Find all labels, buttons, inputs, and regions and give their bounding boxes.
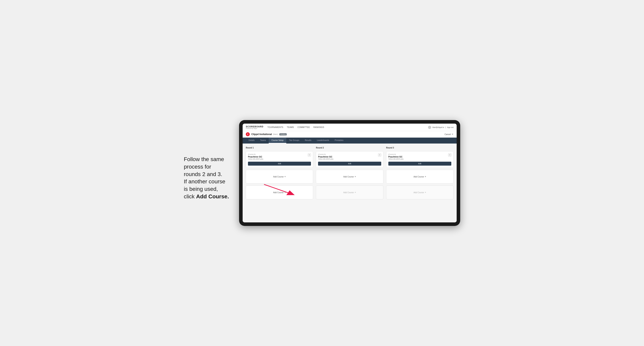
round-3-add-course-button-2: Add Course + xyxy=(386,185,454,199)
round-2-course-card: (Course A) Peachtree GC Yellow (M) (6629… xyxy=(316,151,383,168)
round-3-course-remove-button[interactable]: ✕ xyxy=(448,153,451,157)
tournament-logo-icon: C xyxy=(246,132,250,136)
sign-out-link[interactable]: Sign out xyxy=(447,126,454,128)
user-email: blair@clippd.io xyxy=(432,126,444,128)
round-2-plus-icon-2: + xyxy=(354,191,356,194)
user-avatar xyxy=(428,126,431,129)
plus-icon-2: + xyxy=(284,191,286,194)
round-3-course-card: (Course A) Peachtree GC Yellow (M) (6629… xyxy=(386,151,454,168)
tab-details[interactable]: Details xyxy=(246,138,258,144)
tab-teams[interactable]: Teams xyxy=(258,138,269,144)
round-2-column: Round 2 (Course A) Peachtree GC Yellow (… xyxy=(316,147,383,199)
course-1-tag: (Course A) xyxy=(248,153,263,155)
round-2-add-course-label-2: Add Course + xyxy=(343,191,356,194)
nav-user: blair@clippd.io | Sign out xyxy=(428,126,454,129)
tab-tee-groups[interactable]: Tee Groups xyxy=(286,138,302,144)
course-1-name: Peachtree GC xyxy=(248,156,263,158)
round-3-add-course-label-1: Add Course + xyxy=(414,175,426,178)
tab-printables[interactable]: Printables xyxy=(332,138,346,144)
add-course-label-2: Add Course + xyxy=(273,191,286,194)
nav-teams[interactable]: TEAMS xyxy=(287,126,294,128)
logo-sub: Powered by clippd xyxy=(246,128,263,129)
round-3-column: Round 3 (Course A) Peachtree GC Yellow (… xyxy=(386,147,454,199)
round-2-edit-button[interactable]: Edit xyxy=(318,162,381,166)
separator: | xyxy=(446,126,446,128)
tournament-type: (Men) xyxy=(273,133,278,135)
tab-leaderboards[interactable]: Leaderboards xyxy=(314,138,332,144)
round-3-plus-icon-1: + xyxy=(425,175,426,178)
round-3-edit-button[interactable]: Edit xyxy=(388,162,451,166)
round-2-plus-icon-1: + xyxy=(354,175,356,178)
round-1-course-remove-button[interactable]: ✕ xyxy=(308,153,311,157)
tab-bar: Details Teams Course Setup Tee Groups Re… xyxy=(243,138,457,144)
round-1-add-course-button-1[interactable]: Add Course + xyxy=(246,170,313,183)
course-3-name: Peachtree GC xyxy=(388,156,404,158)
close-icon: ✕ xyxy=(452,133,454,136)
nav-links: TOURNAMENTS TEAMS COMMITTEE RANKINGS xyxy=(267,126,428,128)
course-2-tag: (Course A) xyxy=(318,153,333,155)
course-3-tag: (Course A) xyxy=(388,153,404,155)
round-2-add-course-button-1[interactable]: Add Course + xyxy=(316,170,383,183)
round-3-plus-icon-2: + xyxy=(425,191,426,194)
round-3-add-course-label-2: Add Course + xyxy=(414,191,426,194)
top-navigation: SCOREBOARD Powered by clippd TOURNAMENTS… xyxy=(243,124,457,131)
logo-area: SCOREBOARD Powered by clippd xyxy=(246,125,263,129)
tournament-name: Clippd Invitational xyxy=(251,133,272,136)
round-1-course-card: (Course A) Peachtree GC Yellow (M) (6629… xyxy=(246,151,313,168)
tab-course-setup[interactable]: Course Setup xyxy=(269,138,286,144)
course-1-details: Yellow (M) (6629 yds) xyxy=(248,158,263,160)
round-1-column: Round 1 (Course A) Peachtree GC Yellow (… xyxy=(246,147,313,199)
nav-rankings[interactable]: RANKINGS xyxy=(313,126,324,128)
round-1-add-course-button-2[interactable]: Add Course + xyxy=(246,185,313,199)
rounds-grid: Round 1 (Course A) Peachtree GC Yellow (… xyxy=(246,147,454,199)
instruction-text: Follow the same process for rounds 2 and… xyxy=(184,120,239,200)
main-content: Round 1 (Course A) Peachtree GC Yellow (… xyxy=(243,144,457,222)
course-2-name: Peachtree GC xyxy=(318,156,333,158)
tab-results[interactable]: Results xyxy=(302,138,314,144)
sub-header: C Clippd Invitational (Men) Hosting Canc… xyxy=(243,131,457,138)
hosting-badge: Hosting xyxy=(279,133,287,136)
nav-committee[interactable]: COMMITTEE xyxy=(298,126,310,128)
nav-tournaments[interactable]: TOURNAMENTS xyxy=(267,126,283,128)
round-3-label: Round 3 xyxy=(386,147,454,149)
round-2-add-course-button-2: Add Course + xyxy=(316,185,383,199)
logo-scoreboard: SCOREBOARD xyxy=(246,125,263,128)
cancel-button[interactable]: Cancel ✕ xyxy=(444,133,454,136)
cancel-label: Cancel xyxy=(444,133,451,136)
round-3-add-course-button-1[interactable]: Add Course + xyxy=(386,170,454,183)
course-2-details: Yellow (M) (6629 yds) xyxy=(318,158,333,160)
course-3-details: Yellow (M) (6629 yds) xyxy=(388,158,404,160)
round-1-edit-button[interactable]: Edit xyxy=(248,162,311,166)
round-1-label: Round 1 xyxy=(246,147,313,149)
round-2-course-remove-button[interactable]: ✕ xyxy=(378,153,381,157)
plus-icon-1: + xyxy=(284,175,286,178)
round-2-label: Round 2 xyxy=(316,147,383,149)
add-course-label-1: Add Course + xyxy=(273,175,286,178)
round-2-add-course-label-1: Add Course + xyxy=(343,175,356,178)
